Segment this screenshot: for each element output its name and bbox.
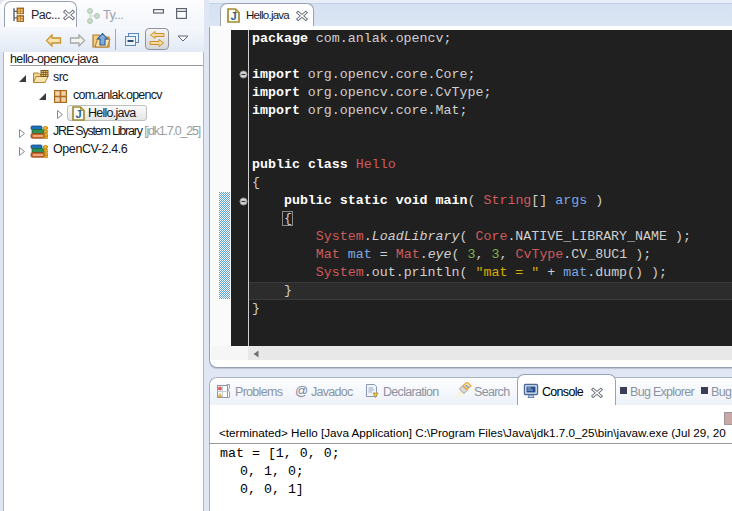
svg-text:J: J [75, 108, 81, 120]
svg-text:J: J [230, 10, 236, 22]
